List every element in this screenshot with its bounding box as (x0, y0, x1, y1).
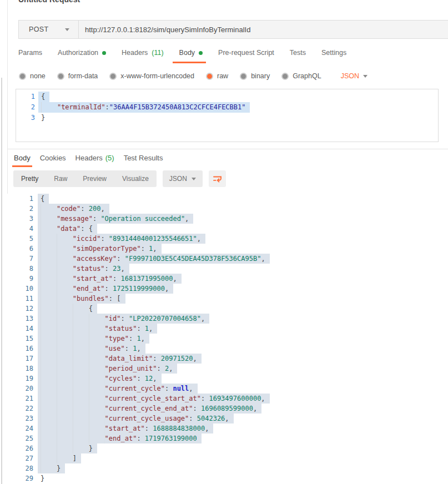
token: 1 (145, 325, 149, 332)
line-content: "end_at": 1725119999000, (33, 284, 173, 294)
code-line: 7 "accessKey": "F999710D3E5C45DEA45D378F… (7, 254, 448, 264)
token: "current_cycle_usage" (105, 415, 189, 422)
raw-language-label: JSON (341, 72, 359, 80)
token: : (117, 255, 124, 263)
body-mode-row: noneform-datax-www-form-urlencodedrawbin… (19, 72, 368, 80)
token: , (149, 325, 153, 332)
line-content: "data": { (33, 224, 97, 234)
request-tab-tests[interactable]: Tests (290, 49, 306, 63)
indent-guides (41, 414, 105, 424)
green-dot-indicator (102, 51, 106, 55)
indent-guides (41, 274, 73, 284)
line-content: { (33, 194, 49, 204)
selection-highlight: "start_at": 1688884838000, (38, 424, 213, 433)
token: , (197, 235, 201, 243)
tab-label: Body (179, 49, 195, 57)
url-input[interactable]: http://127.0.0.1:8182/sim/querySimInfoBy… (79, 21, 448, 38)
view-mode-pretty[interactable]: Pretty (13, 170, 46, 187)
indent-guides (41, 324, 105, 334)
body-mode-x-www-form-urlencoded[interactable]: x-www-form-urlencoded (109, 72, 194, 80)
code-line: 17 "data_limit": 20971520, (7, 354, 448, 364)
token: 12 (145, 375, 153, 382)
selection-highlight: "period_unit": 2, (38, 364, 177, 374)
selection-highlight: "start_at": 1681371995000, (38, 274, 182, 284)
code-line: 13 "id": "LP20220707004658", (7, 314, 448, 324)
line-content: "status": 23, (33, 264, 129, 274)
selection-highlight: "id": "LP20220707004658", (38, 314, 209, 324)
token: { (41, 93, 45, 100)
body-mode-raw[interactable]: raw (206, 72, 228, 80)
token: : (141, 245, 149, 253)
view-mode-raw[interactable]: Raw (46, 170, 75, 187)
indent-guides (41, 314, 105, 324)
response-body-viewer[interactable]: 1{2 "code": 200,3 "message": "Operation … (7, 194, 448, 484)
token: : (105, 265, 113, 273)
response-tab-test-results[interactable]: Test Results (124, 154, 163, 167)
request-body-editor[interactable]: 1{2 "terminalId":"36AA4F15B372450A813C2C… (16, 89, 439, 142)
line-number: 17 (7, 354, 33, 364)
tab-label: Cookies (40, 154, 66, 162)
token: "start_at" (105, 425, 145, 432)
request-tab-pre-request-script[interactable]: Pre-request Script (218, 49, 274, 63)
token: "message" (57, 215, 93, 223)
token: "current_cycle_start_at" (105, 395, 201, 402)
code-line: 14 "status": 1, (7, 324, 448, 334)
body-mode-graphql[interactable]: GraphQL (281, 72, 321, 80)
line-number: 23 (7, 414, 33, 424)
line-content: "current_cycle_start_at": 1693497600000, (33, 394, 270, 404)
view-mode-preview[interactable]: Preview (75, 170, 114, 187)
indent-guides (41, 384, 105, 394)
wrap-lines-button[interactable] (209, 170, 226, 187)
response-tab-cookies[interactable]: Cookies (40, 154, 66, 167)
token: "accessKey" (73, 255, 117, 263)
body-mode-none[interactable]: none (19, 72, 46, 80)
line-number: 6 (7, 244, 33, 254)
request-tab-params[interactable]: Params (18, 49, 42, 63)
token: , (205, 425, 209, 432)
request-tab-headers[interactable]: Headers(11) (122, 49, 164, 63)
line-number: 20 (7, 384, 33, 394)
token: : (93, 215, 100, 223)
token: { (41, 195, 44, 203)
request-tab-authorization[interactable]: Authorization (58, 49, 106, 63)
token: : (105, 285, 113, 293)
token: 1688884838000 (153, 425, 205, 432)
raw-language-selector[interactable]: JSON (341, 72, 368, 80)
line-content: "simOperatorType": 1, (33, 244, 162, 254)
selection-highlight: "iccid": "89314404001235546651", (38, 234, 205, 244)
token: "data_limit" (105, 355, 153, 362)
request-tab-settings[interactable]: Settings (321, 49, 346, 63)
token: "LP20220707004658" (129, 315, 201, 322)
response-tab-body[interactable]: Body (14, 154, 31, 167)
token: "end_at" (105, 435, 137, 442)
line-content: "type": 1, (33, 334, 149, 344)
view-mode-visualize[interactable]: Visualize (114, 170, 157, 187)
line-number: 8 (7, 264, 33, 274)
radio-icon (57, 73, 64, 80)
tab-label: Settings (321, 49, 346, 57)
code-line: 20 "current_cycle": null, (7, 384, 448, 394)
token: 23 (113, 265, 120, 273)
wrap-line-icon (213, 175, 222, 183)
request-tab-body[interactable]: Body (179, 49, 203, 63)
token: 1 (137, 335, 140, 342)
token: , (261, 255, 265, 263)
line-number: 26 (7, 443, 33, 453)
selection-highlight: { (38, 304, 97, 314)
body-mode-binary[interactable]: binary (240, 72, 270, 80)
token: "status" (73, 265, 105, 273)
token: , (193, 355, 197, 362)
method-selector[interactable]: POST (19, 21, 78, 38)
line-number: 19 (7, 374, 33, 384)
response-format-selector[interactable]: JSON (163, 170, 203, 187)
tab-label: Headers (122, 49, 148, 57)
body-mode-form-data[interactable]: form-data (57, 72, 98, 80)
response-tab-headers[interactable]: Headers(5) (75, 154, 114, 167)
code-line: 2 "code": 200, (7, 204, 448, 214)
code-line: 18 "period_unit": 2, (7, 364, 448, 374)
code-line: 12 { (7, 304, 448, 314)
token: : (105, 103, 109, 111)
line-number: 15 (7, 334, 33, 344)
indent-guides (41, 254, 73, 264)
selection-highlight: "use": 1, (38, 344, 145, 354)
